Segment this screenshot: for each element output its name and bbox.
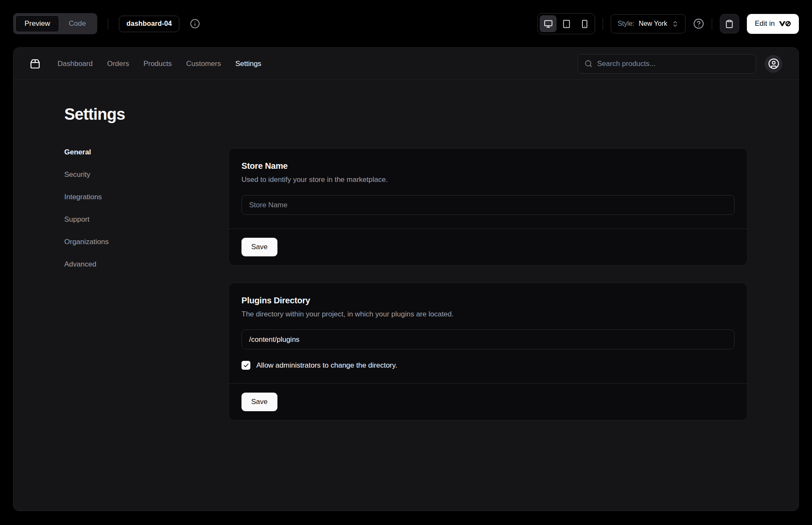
- desktop-view-button[interactable]: [540, 15, 557, 32]
- edit-in-v0-button[interactable]: Edit in: [747, 14, 799, 34]
- sidebar-item-support[interactable]: Support: [64, 215, 228, 224]
- divider: [712, 18, 712, 30]
- user-menu-button[interactable]: [765, 55, 782, 73]
- store-name-card-header: Store Name Used to identify your store i…: [229, 148, 747, 184]
- store-name-card-footer: Save: [229, 228, 747, 265]
- divider: [603, 18, 603, 30]
- code-tab[interactable]: Code: [59, 15, 95, 32]
- nav-link-dashboard[interactable]: Dashboard: [58, 60, 93, 68]
- block-name-badge: dashboard-04: [119, 16, 179, 32]
- nav-link-customers[interactable]: Customers: [186, 60, 221, 68]
- search-input[interactable]: [597, 60, 749, 68]
- store-name-save-button[interactable]: Save: [241, 238, 277, 256]
- store-name-card-description: Used to identify your store in the marke…: [241, 176, 735, 184]
- help-button[interactable]: [693, 18, 704, 29]
- store-name-card: Store Name Used to identify your store i…: [228, 148, 748, 266]
- plugins-directory-card-content: Allow administrators to change the direc…: [229, 319, 747, 383]
- toolbar-left: Preview Code dashboard-04: [13, 13, 200, 34]
- nav-link-products[interactable]: Products: [143, 60, 172, 68]
- tablet-view-button[interactable]: [558, 15, 575, 32]
- plugins-directory-card-description: The directory within your project, in wh…: [241, 310, 735, 319]
- preview-code-toggle: Preview Code: [13, 13, 97, 34]
- store-name-input[interactable]: [241, 195, 735, 215]
- package-icon: [30, 58, 41, 69]
- plugins-directory-save-button[interactable]: Save: [241, 393, 277, 411]
- settings-layout: General Security Integrations Support Or…: [64, 148, 748, 421]
- settings-sidebar: General Security Integrations Support Or…: [64, 148, 228, 269]
- app-header: Dashboard Orders Products Customers Sett…: [14, 48, 798, 80]
- v0-logo: [779, 20, 791, 27]
- monitor-icon: [544, 19, 553, 28]
- plugins-directory-card: Plugins Directory The directory within y…: [228, 283, 748, 421]
- copy-code-button[interactable]: [720, 14, 739, 33]
- style-select-value: New York: [639, 20, 667, 27]
- page-title: Settings: [64, 105, 748, 124]
- plugins-directory-input[interactable]: [241, 330, 735, 349]
- check-icon: [243, 363, 249, 368]
- style-select-label: Style:: [617, 20, 634, 27]
- allow-admins-row: Allow administrators to change the direc…: [241, 361, 735, 370]
- sidebar-item-general[interactable]: General: [64, 148, 228, 157]
- store-name-card-title: Store Name: [241, 161, 735, 171]
- circle-user-icon: [768, 58, 779, 69]
- info-button[interactable]: [190, 19, 200, 29]
- divider: [108, 18, 108, 30]
- device-toggle-group: [538, 13, 595, 34]
- toolbar-right: Style: New York Edit in: [538, 13, 799, 34]
- clipboard-icon: [725, 19, 734, 28]
- nav-link-settings[interactable]: Settings: [235, 60, 261, 68]
- allow-admins-label[interactable]: Allow administrators to change the direc…: [256, 361, 397, 370]
- info-circle-icon: [190, 19, 200, 29]
- smartphone-icon: [580, 19, 589, 28]
- plugins-directory-card-title: Plugins Directory: [241, 296, 735, 305]
- search-box: [578, 54, 756, 74]
- sidebar-item-integrations[interactable]: Integrations: [64, 193, 228, 201]
- search-icon: [584, 60, 593, 68]
- settings-cards: Store Name Used to identify your store i…: [228, 148, 748, 421]
- style-select[interactable]: Style: New York: [611, 14, 686, 33]
- settings-page: Settings General Security Integrations S…: [14, 80, 798, 421]
- tablet-icon: [562, 19, 571, 28]
- app-header-right: [578, 54, 782, 74]
- allow-admins-checkbox[interactable]: [241, 361, 250, 370]
- preview-panel: Dashboard Orders Products Customers Sett…: [13, 47, 799, 511]
- sidebar-item-security[interactable]: Security: [64, 170, 228, 179]
- mobile-view-button[interactable]: [576, 15, 593, 32]
- sidebar-item-advanced[interactable]: Advanced: [64, 260, 228, 269]
- toolbar: Preview Code dashboard-04: [0, 0, 812, 47]
- store-name-card-content: [229, 184, 747, 228]
- nav-link-orders[interactable]: Orders: [107, 60, 129, 68]
- preview-tab[interactable]: Preview: [15, 15, 59, 32]
- edit-in-v0-label: Edit in: [755, 19, 775, 28]
- chevrons-up-down-icon: [672, 20, 679, 27]
- help-circle-icon: [693, 18, 704, 29]
- store-logo-button[interactable]: [30, 58, 41, 69]
- plugins-directory-card-header: Plugins Directory The directory within y…: [229, 283, 747, 319]
- plugins-directory-card-footer: Save: [229, 383, 747, 420]
- sidebar-item-organizations[interactable]: Organizations: [64, 238, 228, 246]
